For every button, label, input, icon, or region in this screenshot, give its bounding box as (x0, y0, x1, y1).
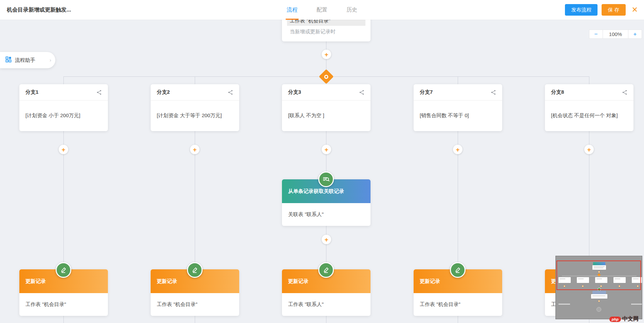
search-records-icon (318, 172, 334, 187)
branch-condition: [机会状态 不是任何一个 对象] (545, 101, 633, 131)
minimap-node-clipped (631, 304, 642, 305)
watermark-text: 中文网 (622, 316, 639, 323)
grid-icon (5, 56, 12, 64)
branch-gateway-icon[interactable] (319, 69, 334, 84)
minimap-viewport[interactable] (556, 261, 641, 290)
branch-title: 分支2 (157, 89, 228, 95)
minimap-node (592, 291, 606, 294)
zoom-control: − 100% + (589, 30, 642, 39)
zoom-level: 100% (603, 30, 628, 39)
minimap-end-node (596, 307, 601, 312)
minimap-dot (598, 300, 600, 302)
share-branch-icon[interactable] (622, 90, 627, 95)
edit-record-icon (187, 262, 203, 278)
add-node-button[interactable]: + (584, 145, 594, 154)
close-icon[interactable]: ✕ (632, 6, 638, 14)
minimap[interactable] (555, 256, 642, 319)
node-detail: 工作表 "机会目录" (19, 293, 108, 316)
branch-card-1[interactable]: 分支1 [计划资金 小于 200万元] (19, 84, 108, 131)
tab-flow[interactable]: 流程 (287, 0, 298, 20)
branch-condition: [计划资金 大于等于 200万元] (151, 101, 239, 131)
edit-record-icon (56, 262, 71, 278)
active-tab-underline (286, 19, 299, 20)
flow-assistant-label: 流程助手 (15, 57, 50, 64)
share-branch-icon[interactable] (491, 90, 496, 95)
gateway-ring (323, 74, 329, 79)
add-node-button[interactable]: + (322, 235, 331, 244)
node-detail: 工作表 "机会目录" (414, 293, 502, 316)
publish-flow-button[interactable]: 发布流程 (565, 4, 598, 16)
tab-config[interactable]: 配置 (317, 0, 327, 20)
php-badge: php (609, 317, 621, 322)
node-detail: 关联表 "联系人" (282, 203, 371, 226)
branch-title: 分支8 (551, 89, 622, 95)
add-node-button[interactable]: + (190, 145, 200, 154)
branch-title: 分支3 (288, 89, 359, 95)
branch-condition: [销售合同数 不等于 0] (414, 101, 502, 131)
share-branch-icon[interactable] (228, 90, 233, 95)
share-branch-icon[interactable] (359, 90, 364, 95)
branch-title: 分支1 (25, 89, 96, 95)
edit-record-icon (318, 262, 334, 278)
flow-canvas[interactable]: 工作表 "机会目录" 当新增或更新记录时 + 分支1 [计划资金 小于 200万… (0, 0, 644, 323)
watermark: php 中文网 (609, 316, 639, 323)
branch-card-2[interactable]: 分支2 [计划资金 大于等于 200万元] (151, 84, 239, 131)
minimap-node-clipped (558, 304, 570, 305)
add-node-button[interactable]: + (322, 145, 331, 154)
zoom-in-button[interactable]: + (628, 30, 642, 39)
branch-card-3[interactable]: 分支3 [联系人 不为空 ] (282, 84, 371, 131)
top-toolbar: 机会目录新增或更新触发... 流程 配置 历史 发布流程 保 存 ✕ (0, 0, 644, 20)
share-branch-icon[interactable] (96, 90, 102, 95)
branch-card-8[interactable]: 分支8 [机会状态 不是任何一个 对象] (545, 84, 633, 131)
add-node-button[interactable]: + (453, 145, 462, 154)
branch-title: 分支7 (420, 89, 491, 95)
save-button[interactable]: 保 存 (602, 4, 625, 16)
branch-card-7[interactable]: 分支7 [销售合同数 不等于 0] (414, 84, 502, 131)
zoom-out-button[interactable]: − (589, 30, 603, 39)
branch-condition: [联系人 不为空 ] (282, 101, 371, 131)
workflow-title: 机会目录新增或更新触发... (7, 0, 71, 20)
node-detail: 工作表 "机会目录" (151, 293, 239, 316)
add-node-button[interactable]: + (322, 50, 331, 59)
trigger-description: 当新增或更新记录时 (290, 29, 336, 35)
node-detail: 工作表 "联系人" (282, 293, 371, 316)
chevron-right-icon: › (50, 57, 51, 63)
edit-record-icon (450, 262, 466, 278)
toolbar-tabs: 流程 配置 历史 (287, 0, 357, 20)
branch-condition: [计划资金 小于 200万元] (19, 101, 108, 131)
add-node-button[interactable]: + (59, 145, 68, 154)
tab-history[interactable]: 历史 (346, 0, 357, 20)
minimap-node (591, 294, 607, 299)
flow-assistant-button[interactable]: 流程助手 › (0, 52, 55, 68)
